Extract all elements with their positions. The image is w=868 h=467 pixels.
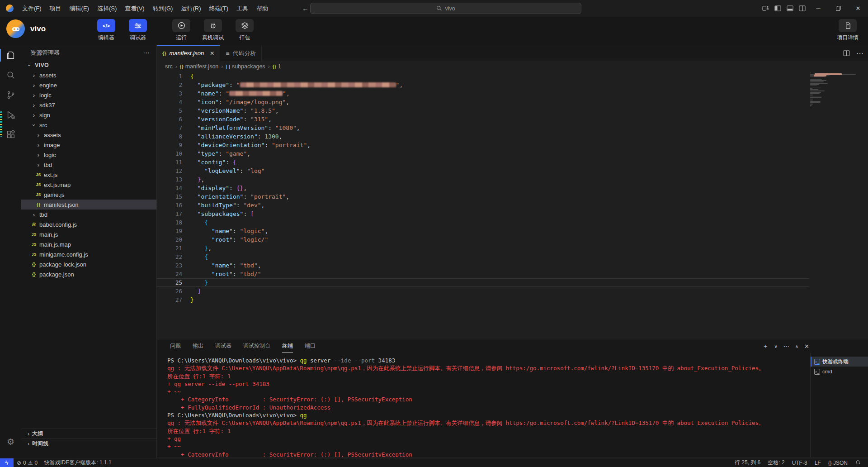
close-tab-icon[interactable]: ✕	[210, 50, 214, 57]
tree-item-game.js[interactable]: JSgame.js	[21, 190, 156, 200]
panel-tab-终端[interactable]: 终端	[282, 339, 293, 353]
tree-item-ext.js[interactable]: JSext.js	[21, 170, 156, 180]
restore-button[interactable]	[828, 0, 848, 17]
notifications-bell-icon[interactable]	[851, 458, 864, 467]
terminal-list-item-cmd[interactable]: >_cmd	[811, 367, 868, 376]
toggle-panel-icon[interactable]	[784, 2, 796, 14]
tree-item-tbd[interactable]: ›tbd	[21, 160, 156, 170]
terminal-output[interactable]: PS C:\Users\YANQU\Downloads\vivo\vivo> q…	[167, 357, 807, 457]
toggle-secondary-sidebar-icon[interactable]	[796, 2, 808, 14]
tree-item-sign[interactable]: ›sign	[21, 110, 156, 120]
customize-layout-icon[interactable]	[760, 2, 772, 14]
terminal-list-item-快游戏终端[interactable]: >_快游戏终端	[811, 357, 868, 367]
minimap-line	[810, 97, 821, 98]
breadcrumb-item-1[interactable]: {}1	[273, 63, 281, 70]
tree-item-VIVO[interactable]: ›VIVO	[21, 60, 156, 70]
editor-more-icon[interactable]: ⋯	[856, 49, 863, 57]
sidebar-section-大纲[interactable]: ›大纲	[21, 429, 156, 438]
sidebar-more-icon[interactable]: ⋯	[143, 49, 150, 57]
extensions-icon[interactable]	[0, 125, 21, 145]
editor-tab-manifest.json[interactable]: {}manifest.json✕	[157, 45, 220, 61]
menu-item-文件(F)[interactable]: 文件(F)	[18, 3, 46, 14]
nav-back-icon[interactable]: ←	[302, 5, 309, 12]
breadcrumb-item-manifest.json[interactable]: {}manifest.json	[180, 63, 218, 70]
terminal-dropdown-icon[interactable]: ∨	[774, 344, 777, 349]
toolbar-button-调试器[interactable]: 调试器	[122, 19, 154, 42]
problems-status[interactable]: ⊘0 ⚠0	[14, 458, 41, 467]
panel-tab-输出[interactable]: 输出	[193, 339, 203, 353]
remote-indicator[interactable]: ϟ	[0, 458, 14, 467]
tree-item-src[interactable]: ›src	[21, 120, 156, 130]
tree-item-logic[interactable]: ›logic	[21, 90, 156, 100]
menu-item-编辑(E)[interactable]: 编辑(E)	[66, 3, 93, 14]
tree-item-tbd[interactable]: ›tbd	[21, 210, 156, 219]
menu-item-终端(T)[interactable]: 终端(T)	[205, 3, 232, 14]
code-text: "name": "tbd",	[182, 261, 261, 270]
sidebar-section-时间线[interactable]: ›时间线	[21, 438, 156, 448]
toolbar-button-编辑器[interactable]: </>编辑器	[90, 19, 122, 42]
indent-guide	[53, 170, 53, 180]
code-token: "subpackages"	[198, 210, 244, 217]
menu-item-转到(G)[interactable]: 转到(G)	[149, 3, 177, 14]
panel-tab-调试器[interactable]: 调试器	[215, 339, 231, 353]
tree-item-assets[interactable]: ›assets	[21, 130, 156, 140]
tree-item-image[interactable]: ›image	[21, 140, 156, 150]
menu-item-运行(R)[interactable]: 运行(R)	[177, 3, 205, 14]
tree-item-minigame.config.js[interactable]: JSminigame.config.js	[21, 249, 156, 259]
run-icon	[172, 19, 190, 32]
settings-gear-icon[interactable]: ⚙	[0, 432, 21, 452]
split-editor-icon[interactable]	[843, 50, 850, 57]
breadcrumb-item-src[interactable]: src	[165, 63, 173, 70]
close-window-button[interactable]: ✕	[848, 0, 868, 17]
tree-item-manifest.json[interactable]: {}manifest.json	[21, 200, 156, 210]
tree-item-engine[interactable]: ›engine	[21, 80, 156, 90]
menu-item-选择(S)[interactable]: 选择(S)	[93, 3, 121, 14]
panel-more-icon[interactable]: ⋯	[783, 343, 789, 350]
language-mode[interactable]: {} JSON	[825, 458, 851, 467]
toolbar-button-项目详情[interactable]: 项目详情	[832, 19, 863, 42]
run-debug-icon[interactable]	[0, 105, 21, 125]
tree-item-main.js[interactable]: JSmain.js	[21, 229, 156, 239]
editor-tab-代码分析[interactable]: ≡代码分析	[220, 45, 262, 61]
indentation-setting[interactable]: 空格: 2	[764, 458, 788, 467]
toolbar-button-运行[interactable]: 运行	[165, 19, 197, 42]
cursor-position[interactable]: 行 25, 列 6	[731, 458, 764, 467]
panel-tab-端口[interactable]: 端口	[305, 339, 316, 353]
encoding-setting[interactable]: UTF-8	[788, 458, 811, 467]
tree-item-logic[interactable]: ›logic	[21, 150, 156, 160]
code-token: "dev"	[243, 202, 261, 209]
search-box[interactable]: vivo	[310, 3, 581, 14]
toolbar-button-label: 项目详情	[837, 34, 859, 42]
source-control-icon[interactable]	[0, 85, 21, 105]
minimize-button[interactable]: ─	[808, 0, 828, 17]
tree-item-main.js.map[interactable]: JSmain.js.map	[21, 239, 156, 249]
menu-item-项目[interactable]: 项目	[46, 3, 66, 14]
new-terminal-icon[interactable]: ＋	[762, 342, 768, 350]
panel-tab-问题[interactable]: 问题	[170, 339, 181, 353]
toggle-sidebar-icon[interactable]	[772, 2, 784, 14]
chevron-right-icon: ›	[35, 152, 42, 158]
tree-item-assets[interactable]: ›assets	[21, 70, 156, 80]
tree-item-package-lock.json[interactable]: {}package-lock.json	[21, 259, 156, 269]
line-number: 23	[157, 261, 182, 270]
tree-item-babel.config.js[interactable]: Bbabel.config.js	[21, 219, 156, 229]
code-editor[interactable]: 1{2 "package": "",3 "name": "",4 "icon":…	[157, 72, 809, 339]
menu-item-工具[interactable]: 工具	[232, 3, 252, 14]
eol-setting[interactable]: LF	[811, 458, 825, 467]
menu-item-查看(V)[interactable]: 查看(V)	[121, 3, 148, 14]
close-panel-icon[interactable]: ✕	[804, 343, 809, 350]
menu-item-帮助[interactable]: 帮助	[252, 3, 272, 14]
toolbar-button-真机调试[interactable]: 真机调试	[197, 19, 229, 42]
tree-item-package.json[interactable]: {}package.json	[21, 269, 156, 279]
indent-guide	[53, 180, 53, 190]
tree-item-ext.js.map[interactable]: JSext.js.map	[21, 180, 156, 190]
panel-tab-调试控制台[interactable]: 调试控制台	[243, 339, 270, 353]
code-line-25: 25 }	[157, 278, 809, 287]
maximize-panel-icon[interactable]: ∧	[795, 344, 798, 349]
tree-item-sdk37[interactable]: ›sdk37	[21, 100, 156, 110]
minimap[interactable]	[810, 72, 860, 108]
toolbar-button-打包[interactable]: 打包	[229, 19, 260, 42]
explorer-icon[interactable]	[0, 45, 21, 65]
search-view-icon[interactable]	[0, 65, 21, 85]
breadcrumb-item-subpackages[interactable]: [ ]subpackages	[226, 63, 265, 70]
